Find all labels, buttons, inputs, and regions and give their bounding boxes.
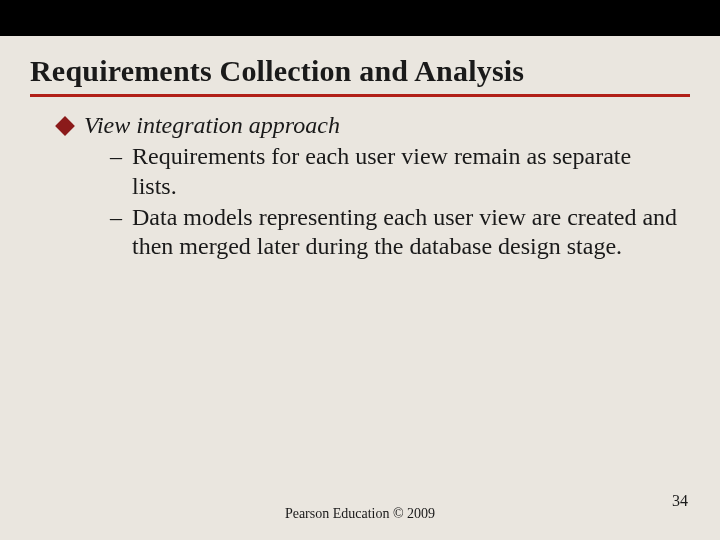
sub-bullet-text: Data models representing each user view …	[132, 204, 677, 259]
main-bullet: View integration approach – Requirements…	[58, 111, 678, 261]
dash-icon: –	[110, 203, 122, 232]
sub-bullet-text: Requirements for each user view remain a…	[132, 143, 631, 198]
main-bullet-label: View integration approach	[84, 112, 340, 138]
sub-bullet-list: – Requirements for each user view remain…	[84, 142, 678, 261]
page-number: 34	[672, 492, 688, 510]
dash-icon: –	[110, 142, 122, 171]
slide-body: Requirements Collection and Analysis Vie…	[0, 36, 720, 540]
diamond-bullet-icon	[55, 116, 75, 136]
list-item: – Requirements for each user view remain…	[110, 142, 678, 201]
slide-content: View integration approach – Requirements…	[0, 97, 720, 261]
slide-footer: Pearson Education © 2009	[0, 506, 720, 522]
list-item: – Data models representing each user vie…	[110, 203, 678, 262]
slide-title: Requirements Collection and Analysis	[0, 36, 720, 88]
